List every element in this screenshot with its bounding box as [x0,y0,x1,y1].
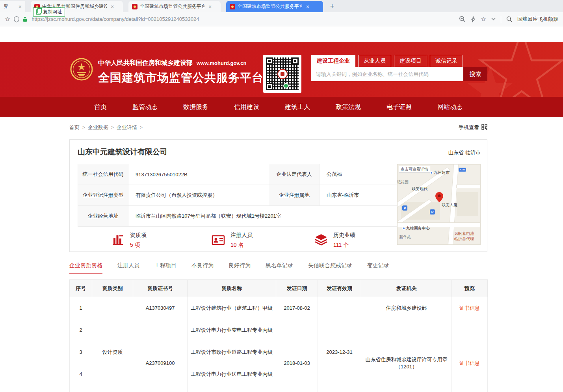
certificate-info-link[interactable]: 证书信息 [459,360,480,366]
cell-category: 设计资质 [92,297,133,392]
cell-authority: 山东省住房和城乡建设厅许可专用章（1201） [361,319,452,392]
company-location-map[interactable]: 点击可查看详情 九州超市 ATM 纪花园 联安现代 联安大厦 P P 九峰商务中… [397,164,481,245]
address-value: 临沂市兰山区陶然路107号星河晶都（联安）现代城1号楼2201室 [128,206,405,227]
tab-change-records[interactable]: 变更记录 [367,262,389,274]
map-poi-lianan-modern: 联安现代 [412,186,427,192]
tab-close-icon[interactable]: × [19,4,22,9]
map-atm-icon: ATM [459,168,466,172]
mobile-view-button[interactable]: 手机查看 [459,124,487,131]
qualification-table: 序号 资质类别 资质证书号 资质名称 发证日期 发证有效期 发证机关 预览 1 … [69,279,488,392]
stat-historical-performance[interactable]: 历史业绩 111 个 [283,232,386,249]
nav-item-e-certificates[interactable]: 电子证照 [386,103,412,111]
browser-tab-jzsc-1[interactable]: 全国建筑市场监管公共服务平台 × [128,1,221,12]
ministry-name: 中华人民共和国住房和城乡建设部 [98,59,193,67]
cell-validity: 2023-12-31 [318,297,361,392]
cell-seq: 5 [70,385,92,392]
company-stats: 资质项 5 项 注册人员 10 名 历史业绩 111 个 [78,232,386,249]
tab-registered-personnel[interactable]: 注册人员 [117,262,139,274]
search-tab-credit-records[interactable]: 诚信记录 [430,55,463,67]
tab-bad-behavior[interactable]: 不良行为 [191,262,214,274]
certificate-info-link[interactable]: 证书信息 [459,305,480,311]
new-tab-button[interactable]: + [327,1,337,11]
map-poi-lianan-tower: 联安大厦 [442,202,457,208]
cell-seq: 1 [70,297,92,319]
tab-close-icon[interactable]: × [208,4,212,9]
nav-item-data-services[interactable]: 数据服务 [183,103,208,111]
credit-code-label: 统一社会信用代码 [78,164,128,185]
stat-qualifications[interactable]: 资质项 5 项 [78,232,180,249]
header-cert-no: 资质证书号 [133,280,188,297]
browser-tab-partial[interactable]: 界 × [0,1,25,12]
nav-item-site-news[interactable]: 网站动态 [437,103,463,111]
cell-preview: 证书信息 [452,319,488,392]
header-preview: 预览 [452,280,488,297]
search-icon[interactable] [506,16,512,22]
search-tab-projects[interactable]: 建设项目 [394,55,427,67]
ministry-url: www.mohurd.gov.cn [197,60,246,66]
company-name: 山东中元建筑设计有限公司 [78,147,167,157]
copy-url-tooltip[interactable]: 复制网址 [33,7,65,17]
shield-icon[interactable] [14,16,19,22]
cell-qual-name: 工程设计市政行业道路工程专业丙级 [188,341,276,363]
bookmark-star-icon[interactable]: ☆ [5,16,10,22]
breadcrumb-home[interactable]: 首页 [69,124,80,131]
reg-type-value: 有限责任公司（自然人投资或控股） [128,185,269,206]
header-seq: 序号 [70,280,92,297]
nav-item-home[interactable]: 首页 [94,103,107,111]
search-button[interactable]: 搜索 [463,67,487,81]
qr-green-dot [283,83,289,89]
table-header-row: 序号 资质类别 资质证书号 资质名称 发证日期 发证有效期 发证机关 预览 [70,280,488,297]
cell-qual-name: 工程设计风景园林工程专项乙级 [188,385,276,392]
tab-projects[interactable]: 工程项目 [154,262,177,274]
copy-icon [36,9,41,15]
breadcrumb-separator: > [111,125,114,130]
address-url[interactable]: https://jzsc.mohurd.gov.cn/data/company/… [32,16,199,22]
site-title: 全国建筑市场监管公共服务平台 [98,70,264,86]
tab-close-icon[interactable]: × [111,4,114,9]
cell-cert-no: A237009100 [133,319,188,392]
hot-search-suggestion[interactable]: 国航回应飞机颠簸 [517,16,558,23]
keyword-search-input[interactable] [311,67,463,81]
company-detail-card: 山东中元建筑设计有限公司 山东省-临沂市 统一社会信用代码 9137130267… [69,139,487,252]
nav-item-construction-workers[interactable]: 建筑工人 [285,103,310,111]
stat-registered-personnel[interactable]: 注册人员 10 名 [180,232,283,249]
map-poi-supermarket: 九州超市 [430,170,450,176]
stat-label: 资质项 [130,232,147,239]
tab-dishonesty-records[interactable]: 失信联合惩戒记录 [308,262,352,274]
stat-value: 5 项 [130,242,147,249]
map-parking-icon: P [402,205,407,211]
breadcrumb-company-detail: 企业详情 [117,124,137,131]
company-region: 山东省-临沂市 [448,149,481,156]
cell-issue-date: 2018-01-03 [276,319,318,392]
lightning-icon[interactable] [471,16,476,22]
legal-rep-label: 企业法定代表人 [269,164,320,185]
search-tab-construction-enterprise[interactable]: 建设工程企业 [311,55,355,67]
tab-blacklist[interactable]: 黑名单记录 [266,262,293,274]
browser-address-bar: ☆ https://jzsc.mohurd.gov.cn/data/compan… [0,12,563,26]
tab-good-behavior[interactable]: 良好行为 [229,262,251,274]
cell-authority: 住房和城乡建设部 [361,297,452,319]
breadcrumb-company-data[interactable]: 企业数据 [88,124,108,131]
tab-title: 界 [4,3,8,10]
cell-issue-date: 2017-08-02 [276,297,318,319]
cell-seq: 4 [70,363,92,385]
cell-cert-no: A137030497 [133,297,188,319]
nav-item-credit-building[interactable]: 信用建设 [234,103,259,111]
tab-qualifications[interactable]: 企业资质资格 [69,262,102,274]
reg-type-label: 企业登记注册类型 [78,185,128,206]
national-emblem-logo [70,58,93,82]
reg-region-value: 山东省-临沂市 [320,185,405,206]
browser-tab-jzsc-active[interactable]: 全国建筑市场监管公共服务平台 × [226,1,323,12]
reg-region-label: 企业注册属地 [269,185,320,206]
chevron-down-icon[interactable] [491,18,496,20]
main-navigation: 首页 监管动态 数据服务 信用建设 建筑工人 政策法规 电子证照 网站动态 [0,97,563,117]
search-tab-practitioners[interactable]: 从业人员 [358,55,391,67]
favorite-star-icon[interactable]: ☆ [481,16,486,22]
cell-qual-name: 工程设计电力行业变电工程专业丙级 [188,319,276,341]
tab-close-icon[interactable]: × [306,4,309,9]
nav-item-policies[interactable]: 政策法规 [336,103,361,111]
stat-label: 注册人员 [230,232,253,239]
zoom-out-icon[interactable] [459,16,466,22]
cell-seq: 3 [70,341,92,363]
nav-item-supervision-news[interactable]: 监管动态 [132,103,158,111]
